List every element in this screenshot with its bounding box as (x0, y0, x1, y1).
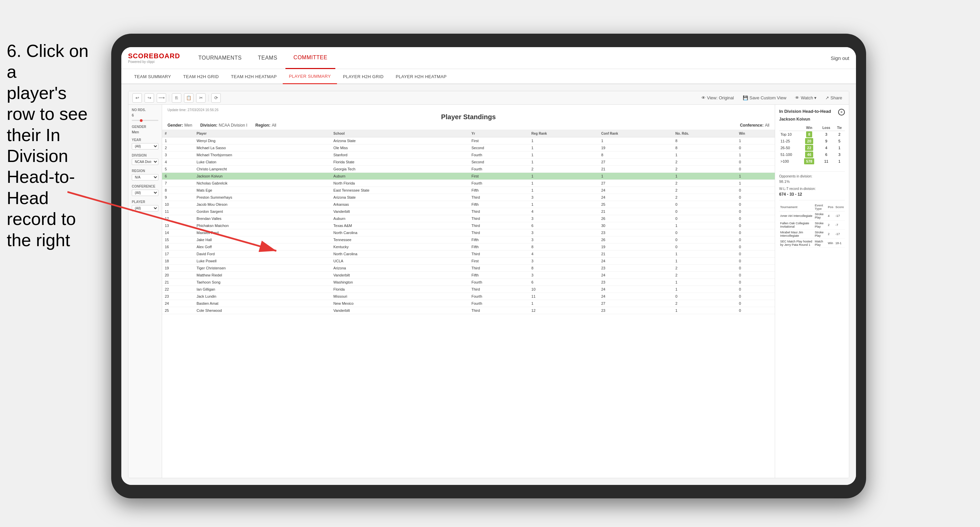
h2h-col-loss: Loss (819, 125, 834, 131)
table-row[interactable]: 17 David Ford North Carolina Third 4 21 … (162, 251, 775, 258)
h2h-loss: 11 (819, 158, 834, 165)
table-row[interactable]: 10 Jacob Mou Oleson Arkansas Fifth 1 25 … (162, 201, 775, 208)
cell-num: 24 (162, 300, 194, 307)
conference-select[interactable]: (All) (132, 190, 158, 196)
cut-button[interactable]: ✂ (196, 93, 205, 103)
cell-player: Cole Sherwood (194, 307, 331, 314)
refresh-button[interactable]: ⟳ (211, 93, 221, 103)
year-label: Year (132, 138, 158, 142)
redo-button[interactable]: ↪ (145, 93, 154, 103)
copy-button[interactable]: ⎘ (172, 93, 181, 103)
region-select[interactable]: N/A (132, 174, 158, 181)
tab-player-summary[interactable]: PLAYER SUMMARY (283, 69, 337, 84)
h2h-row: Top 10 8 3 2 (779, 131, 845, 138)
cell-school: Texas A&M (331, 222, 469, 229)
year-select[interactable]: (All) (132, 143, 158, 149)
cell-yr: Fifth (469, 187, 529, 194)
table-row[interactable]: 15 Jake Hall Tennessee Fifth 3 26 0 0 (162, 237, 775, 243)
cell-yr: Second (469, 144, 529, 152)
cell-player: Alex Goff (194, 243, 331, 251)
table-row[interactable]: 14 Maxwell Ford North Carolina Third 3 2… (162, 229, 775, 237)
table-row[interactable]: 19 Tiger Christensen Arizona Third 8 23 … (162, 265, 775, 272)
table-row[interactable]: 3 Michael Thorbjornsen Stanford Fourth 1… (162, 152, 775, 159)
cell-conf-rank: 24 (598, 286, 673, 293)
table-row[interactable]: 9 Preston Summerhays Arizona State Third… (162, 194, 775, 201)
watch-btn[interactable]: 👁 Watch ▾ (792, 94, 819, 102)
table-row[interactable]: 18 Luke Powell UCLA First 3 24 1 0 (162, 258, 775, 265)
table-row[interactable]: 7 Nicholas Gabrelcik North Florida Fourt… (162, 180, 775, 187)
undo-button[interactable]: ↩ (132, 93, 142, 103)
share-btn[interactable]: ↗ Share (822, 94, 845, 102)
tour-type: Stroke Play (814, 221, 827, 230)
player-select[interactable]: (All) (132, 205, 158, 211)
table-row[interactable]: 22 Ian Gilligan Florida Third 10 24 1 0 (162, 286, 775, 293)
table-row[interactable]: 24 Bastien Amat New Mexico Fourth 1 27 2… (162, 300, 775, 307)
cell-num: 20 (162, 272, 194, 279)
table-row[interactable]: 16 Alex Goff Kentucky Fifth 8 19 0 0 (162, 243, 775, 251)
h2h-col-tie: Tie (834, 125, 845, 131)
logo-area: SCOREBOARD Powered by clippi (128, 52, 180, 63)
table-row[interactable]: 6 Jackson Koivun Auburn First 1 1 1 1 (162, 173, 775, 180)
cell-num: 7 (162, 180, 194, 187)
tab-team-h2h-grid[interactable]: TEAM H2H GRID (177, 69, 225, 84)
paste-button[interactable]: 📋 (184, 93, 193, 103)
sign-out[interactable]: Sign out (831, 55, 849, 61)
h2h-opponents-label: Opponents in division: (779, 175, 845, 178)
dashboard: ↩ ↪ ⟶ ⎘ 📋 ✂ ⟳ 👁 View: Original (128, 91, 849, 478)
no-rds-slider[interactable] (132, 120, 158, 121)
table-row[interactable]: 4 Luke Claton Florida State Second 1 27 … (162, 159, 775, 166)
cell-conf-rank: 24 (598, 272, 673, 279)
tab-player-h2h-heatmap[interactable]: PLAYER H2H HEATMAP (390, 69, 453, 84)
nav-item-tournaments[interactable]: TOURNAMENTS (190, 47, 250, 69)
tab-team-summary[interactable]: TEAM SUMMARY (128, 69, 177, 84)
cell-yr: Third (469, 251, 529, 258)
table-row[interactable]: 2 Michael La Sasso Ole Miss Second 1 19 … (162, 144, 775, 152)
cell-win: 1 (737, 152, 775, 159)
table-row[interactable]: 11 Gordon Sargent Vanderbilt Third 4 21 … (162, 208, 775, 215)
table-row[interactable]: 1 Wenyi Ding Arizona State First 1 1 8 1 (162, 137, 775, 144)
save-custom-btn[interactable]: 💾 Save Custom View (740, 94, 789, 102)
h2h-close-button[interactable]: × (838, 109, 845, 116)
nav-item-teams[interactable]: TEAMS (250, 47, 285, 69)
cell-win: 0 (737, 243, 775, 251)
h2h-tie: 1 (834, 144, 845, 151)
table-row[interactable]: 21 Taehoon Song Washington Fourth 6 23 1… (162, 279, 775, 286)
tournament-row: SEC Match Play hosted by Jerry Pata Roun… (779, 239, 845, 248)
toolbar-separator-1 (169, 95, 169, 102)
table-row[interactable]: 12 Brendan Valles Auburn Third 3 26 0 0 (162, 215, 775, 222)
cell-yr: Third (469, 286, 529, 293)
conference-filter-display: Conference: All (740, 123, 769, 128)
tab-player-h2h-grid[interactable]: PLAYER H2H GRID (337, 69, 390, 84)
toolbar-right: 👁 View: Original 💾 Save Custom View 👁 Wa… (698, 94, 845, 102)
nav-item-committee[interactable]: COMMITTEE (285, 47, 336, 69)
table-row[interactable]: 8 Mats Ege East Tennessee State Fifth 1 … (162, 187, 775, 194)
table-row[interactable]: 23 Jack Lundin Missouri Fourth 11 24 0 0 (162, 293, 775, 300)
h2h-player-name: Jackson Koivun (779, 117, 845, 122)
filter-year: Year (All) (132, 138, 158, 149)
cell-win: 0 (737, 279, 775, 286)
cell-yr: Third (469, 215, 529, 222)
table-row[interactable]: 20 Matthew Riedel Vanderbilt Fifth 3 24 … (162, 272, 775, 279)
tour-score: -7 (834, 221, 845, 230)
cell-yr: Fourth (469, 300, 529, 307)
division-select[interactable]: NCAA Division I (132, 159, 158, 165)
view-original-btn[interactable]: 👁 View: Original (698, 94, 737, 102)
main-content: ↩ ↪ ⟶ ⎘ 📋 ✂ ⟳ 👁 View: Original (121, 84, 856, 485)
cell-no-rds: 0 (673, 201, 737, 208)
cell-reg-rank: 10 (529, 286, 598, 293)
forward-button[interactable]: ⟶ (157, 93, 166, 103)
cell-school: Vanderbilt (331, 208, 469, 215)
h2h-rank: 26-50 (779, 144, 800, 151)
table-row[interactable]: 13 Phichaksn Maichon Texas A&M Third 6 3… (162, 222, 775, 229)
tab-team-h2h-heatmap[interactable]: TEAM H2H HEATMAP (225, 69, 283, 84)
h2h-divider-2 (779, 200, 845, 200)
cell-school: Missouri (331, 293, 469, 300)
cell-school: Arkansas (331, 201, 469, 208)
cell-yr: Fifth (469, 201, 529, 208)
table-row[interactable]: 5 Christo Lamprecht Georgia Tech Fourth … (162, 166, 775, 173)
h2h-win: 578 (800, 158, 819, 165)
cell-player: Jackson Koivun (194, 173, 331, 180)
cell-reg-rank: 3 (529, 258, 598, 265)
filter-no-rds: No Rds. 6 (132, 108, 158, 121)
table-row[interactable]: 25 Cole Sherwood Vanderbilt Third 12 23 … (162, 307, 775, 314)
